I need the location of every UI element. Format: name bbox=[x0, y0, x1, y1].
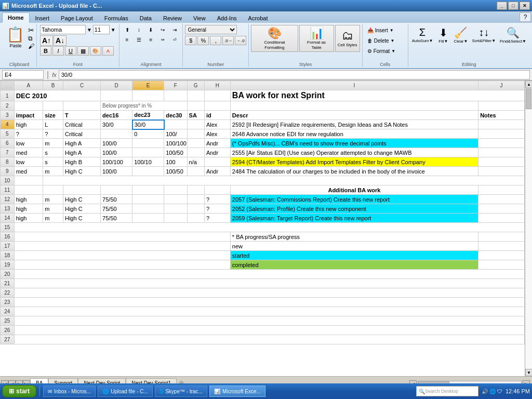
row-header-16[interactable]: 16 bbox=[1, 232, 15, 242]
cell-A2[interactable] bbox=[14, 101, 43, 111]
cell-J14[interactable] bbox=[478, 214, 525, 223]
font-color-button[interactable]: A bbox=[102, 46, 114, 56]
cell-H9[interactable]: Andr bbox=[204, 167, 230, 176]
cell-A10[interactable] bbox=[14, 176, 43, 185]
cell-I19[interactable]: completed bbox=[230, 260, 478, 270]
indent-more-button[interactable]: ⇥ bbox=[169, 25, 180, 34]
cell-G11[interactable] bbox=[187, 185, 204, 195]
cell-G2[interactable] bbox=[187, 101, 204, 111]
cell-E8[interactable]: 100/10 bbox=[132, 157, 164, 167]
cell-J18[interactable] bbox=[478, 251, 525, 260]
autosum-button[interactable]: Σ AutoSum▼ bbox=[410, 25, 435, 62]
maximize-button[interactable]: □ bbox=[508, 2, 518, 10]
cell-B5[interactable]: ? bbox=[43, 129, 63, 139]
row-header-14[interactable]: 14 bbox=[1, 214, 15, 223]
cell-J13[interactable] bbox=[478, 204, 525, 214]
cell-J7[interactable] bbox=[478, 148, 525, 157]
tab-home[interactable]: Home bbox=[2, 12, 30, 23]
cell-I6[interactable]: (* OpsPdfs Misc)... CBM's need to show t… bbox=[230, 139, 478, 148]
decrease-font-button[interactable]: A↓ bbox=[54, 35, 66, 46]
tab-formulas[interactable]: Formulas bbox=[99, 12, 134, 23]
cell-D12[interactable]: 75/50 bbox=[101, 195, 132, 204]
decrease-decimal-button[interactable]: ←.0 bbox=[235, 36, 246, 45]
cell-D1[interactable] bbox=[101, 90, 132, 101]
cell-J19[interactable] bbox=[478, 260, 525, 270]
cell-H11[interactable] bbox=[204, 185, 230, 195]
delete-button[interactable]: 🗑Delete▼ bbox=[365, 35, 406, 46]
row-header-1[interactable]: 1 bbox=[1, 90, 15, 101]
cell-C4[interactable]: Critical bbox=[63, 120, 100, 129]
cell-A11[interactable] bbox=[14, 185, 43, 195]
bold-button[interactable]: B bbox=[40, 46, 51, 56]
cell-G3[interactable]: SA bbox=[187, 111, 204, 120]
cell-G13[interactable] bbox=[187, 204, 204, 214]
cell-C14[interactable]: High C bbox=[63, 214, 100, 223]
cell-D6[interactable]: 100/0 bbox=[101, 139, 132, 148]
cell-B2[interactable] bbox=[43, 101, 63, 111]
row-header-3[interactable]: 3 bbox=[1, 111, 15, 120]
tab-view[interactable]: View bbox=[188, 12, 211, 23]
cell-D13[interactable]: 75/50 bbox=[101, 204, 132, 214]
cell-F13[interactable] bbox=[164, 204, 187, 214]
row-header-2[interactable]: 2 bbox=[1, 101, 15, 111]
cell-E4[interactable]: 30/0 bbox=[132, 120, 164, 129]
font-size-selector[interactable] bbox=[93, 25, 110, 34]
conditional-formatting-button[interactable]: 🎨 Conditional Formatting bbox=[251, 25, 298, 52]
col-header-C[interactable]: C bbox=[63, 81, 100, 90]
cell-B11[interactable] bbox=[43, 185, 63, 195]
cell-H4[interactable]: Alex bbox=[204, 120, 230, 129]
col-header-E[interactable]: E bbox=[132, 81, 164, 90]
cell-G8[interactable]: n/a bbox=[187, 157, 204, 167]
cell-H3[interactable]: id bbox=[204, 111, 230, 120]
cell-F14[interactable] bbox=[164, 214, 187, 223]
increase-decimal-button[interactable]: .0→ bbox=[222, 36, 234, 45]
col-header-F[interactable]: F bbox=[164, 81, 187, 90]
cell-D4[interactable]: 30/0 bbox=[101, 120, 132, 129]
cell-C11[interactable] bbox=[63, 185, 100, 195]
cell-D14[interactable]: 75/50 bbox=[101, 214, 132, 223]
col-header-I[interactable]: I bbox=[230, 81, 478, 90]
name-box[interactable] bbox=[2, 70, 44, 79]
cell-B3[interactable]: size bbox=[43, 111, 63, 120]
cell-B12[interactable]: m bbox=[43, 195, 63, 204]
cell-B4[interactable]: L bbox=[43, 120, 63, 129]
cell-D2[interactable]: Below progress* in % bbox=[101, 101, 187, 111]
row-header-15[interactable]: 15 bbox=[1, 223, 15, 232]
cell-I2[interactable] bbox=[230, 101, 478, 111]
row-header-12[interactable]: 12 bbox=[1, 195, 15, 204]
sort-filter-button[interactable]: ↕↓ Sort&Filter▼ bbox=[470, 25, 497, 62]
cell-H14[interactable]: ? bbox=[204, 214, 230, 223]
cell-I4[interactable]: 2592 [II Redesign] Finalize requirements… bbox=[230, 120, 478, 129]
col-header-H[interactable]: H bbox=[204, 81, 230, 90]
formula-input[interactable] bbox=[59, 70, 530, 79]
minimize-button[interactable]: _ bbox=[497, 2, 507, 10]
scroll-down-button[interactable]: ▼ bbox=[525, 369, 532, 376]
cell-I11[interactable]: Additional BA work bbox=[230, 185, 478, 195]
comma-button[interactable]: , bbox=[210, 36, 221, 45]
cell-F7[interactable]: 100/50 bbox=[164, 148, 187, 157]
taskbar-item-3[interactable]: 📊 Microsoft Exce... bbox=[209, 385, 265, 397]
cell-E5[interactable]: 0 bbox=[132, 129, 164, 139]
col-header-A[interactable]: A bbox=[14, 81, 43, 90]
cell-A4[interactable]: high bbox=[14, 120, 43, 129]
cut-button[interactable]: ✂ bbox=[28, 26, 34, 34]
cell-B7[interactable]: s bbox=[43, 148, 63, 157]
cell-C6[interactable]: High A bbox=[63, 139, 100, 148]
cell-C8[interactable]: High B bbox=[63, 157, 100, 167]
cell-F12[interactable] bbox=[164, 195, 187, 204]
row-header-17[interactable]: 17 bbox=[1, 242, 15, 251]
clear-button[interactable]: 🧹 Clear▼ bbox=[452, 25, 469, 62]
cell-A13[interactable]: high bbox=[14, 204, 43, 214]
col-header-D[interactable]: D bbox=[101, 81, 132, 90]
cell-F5[interactable]: 100/ bbox=[164, 129, 187, 139]
cell-H1[interactable] bbox=[204, 90, 230, 101]
cell-E12[interactable] bbox=[132, 195, 164, 204]
fill-button[interactable]: ⬇ Fill▼ bbox=[435, 25, 451, 62]
scroll-track[interactable] bbox=[525, 110, 532, 369]
tab-acrobat[interactable]: Acrobat bbox=[243, 12, 274, 23]
cell-F4[interactable] bbox=[164, 120, 187, 129]
find-select-button[interactable]: 🔍 Find&Select▼ bbox=[498, 25, 528, 62]
percent-button[interactable]: % bbox=[197, 36, 209, 45]
wrap-text-button[interactable]: ⏎ bbox=[169, 35, 180, 44]
align-center-button[interactable]: ☰ bbox=[134, 35, 145, 44]
